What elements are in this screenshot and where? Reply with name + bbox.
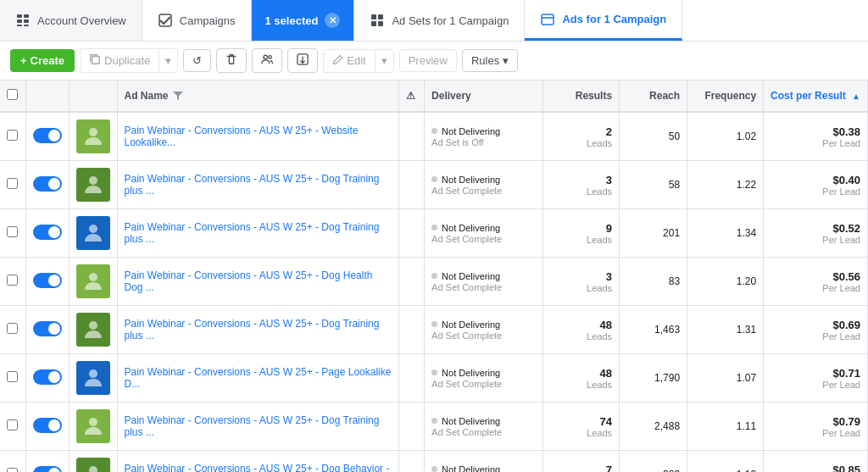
ad-toggle[interactable] xyxy=(33,369,62,385)
svg-point-22 xyxy=(89,418,97,426)
ad-name-link[interactable]: Pain Webinar - Conversions - AUS W 25+ -… xyxy=(125,173,380,197)
ad-toggle[interactable] xyxy=(33,321,62,336)
row-delivery-cell: Not Delivering Ad Set is Off xyxy=(425,112,543,161)
row-warning-cell xyxy=(399,209,425,258)
frequency-value: 1.02 xyxy=(737,130,756,142)
reach-value: 83 xyxy=(669,275,680,287)
cost-number: $0.56 xyxy=(771,270,860,283)
svg-point-13 xyxy=(264,55,267,58)
svg-rect-0 xyxy=(17,14,22,18)
delivery-status: Not Delivering xyxy=(431,368,536,378)
preview-label: Preview xyxy=(409,54,448,67)
edit-button[interactable]: Edit xyxy=(323,49,374,73)
row-toggle-cell xyxy=(25,161,69,209)
delete-button[interactable] xyxy=(216,48,247,73)
table-row: Pain Webinar - Conversions - AUS W 25+ -… xyxy=(0,354,868,403)
tab-ad-sets[interactable]: Ad Sets for 1 Campaign xyxy=(354,0,525,41)
results-label: Leads xyxy=(550,428,612,438)
duplicate-button-group: Duplicate ▾ xyxy=(80,48,178,73)
svg-rect-8 xyxy=(378,14,383,19)
row-checkbox[interactable] xyxy=(7,226,18,237)
ad-name-link[interactable]: Pain Webinar - Conversions - AUS W 25+ -… xyxy=(125,366,392,390)
row-checkbox[interactable] xyxy=(7,371,18,382)
duplicate-button[interactable]: Duplicate xyxy=(80,48,159,73)
delivery-dot xyxy=(431,418,437,424)
ad-name-link[interactable]: Pain Webinar - Conversions - AUS W 25+ -… xyxy=(125,269,373,293)
preview-button[interactable]: Preview xyxy=(399,49,457,72)
ad-toggle[interactable] xyxy=(33,466,62,473)
row-warning-cell xyxy=(399,306,425,354)
ad-name-link[interactable]: Pain Webinar - Conversions - AUS W 25+ -… xyxy=(125,318,380,342)
row-reach-cell: 2,488 xyxy=(620,403,687,451)
row-thumb-cell xyxy=(69,209,117,258)
cost-number: $0.85 xyxy=(771,464,860,473)
tab-selected[interactable]: 1 selected ✕ xyxy=(252,0,355,41)
row-cost-cell: $0.85 Per Lead xyxy=(764,451,868,473)
tab-account-overview[interactable]: Account Overview xyxy=(0,0,142,41)
refresh-button[interactable]: ↺ xyxy=(183,49,211,72)
row-checkbox[interactable] xyxy=(7,130,18,141)
ad-toggle[interactable] xyxy=(33,225,62,240)
ad-name-link[interactable]: Pain Webinar - Conversions - AUS W 25+ -… xyxy=(125,125,359,148)
reach-header[interactable]: Reach xyxy=(620,81,687,112)
table-row: Pain Webinar - Conversions - AUS W 25+ -… xyxy=(0,209,868,258)
row-checkbox[interactable] xyxy=(7,323,18,334)
ad-toggle[interactable] xyxy=(33,418,62,433)
row-warning-cell xyxy=(399,161,425,209)
ad-name-header[interactable]: Ad Name xyxy=(117,81,399,112)
ad-thumbnail xyxy=(76,168,110,202)
duplicate-icon xyxy=(89,53,101,68)
svg-rect-3 xyxy=(24,19,29,23)
ad-name-link[interactable]: Pain Webinar - Conversions - AUS W 25+ -… xyxy=(125,221,380,245)
reach-value: 2,488 xyxy=(654,420,680,432)
ad-name-link[interactable]: Pain Webinar - Conversions - AUS W 25+ -… xyxy=(125,463,390,472)
select-all-checkbox[interactable] xyxy=(7,89,18,100)
svg-rect-12 xyxy=(92,57,100,64)
chevron-down-icon: ▾ xyxy=(165,54,171,67)
cost-header[interactable]: Cost per Result ▲ xyxy=(764,81,868,112)
delivery-reason-text: Ad Set is Off xyxy=(431,137,536,147)
ad-toggle[interactable] xyxy=(33,128,62,143)
create-label: Create xyxy=(31,54,64,67)
row-checkbox[interactable] xyxy=(7,275,18,286)
rules-button[interactable]: Rules ▾ xyxy=(462,49,518,72)
ad-toggle[interactable] xyxy=(33,273,62,288)
thumb-header xyxy=(69,81,117,112)
ad-thumbnail xyxy=(76,361,110,395)
ad-thumbnail xyxy=(76,264,110,298)
export-button[interactable] xyxy=(287,48,318,73)
grid-icon xyxy=(15,13,31,28)
results-number: 3 xyxy=(550,174,612,186)
row-checkbox[interactable] xyxy=(7,419,18,430)
ad-name-link[interactable]: Pain Webinar - Conversions - AUS W 25+ -… xyxy=(125,414,380,438)
svg-rect-9 xyxy=(371,21,376,26)
close-selected-button[interactable]: ✕ xyxy=(325,13,340,28)
create-button[interactable]: + Create xyxy=(10,49,75,72)
tab-ads[interactable]: Ads for 1 Campaign xyxy=(525,0,682,41)
top-navigation: Account Overview Campaigns 1 selected ✕ … xyxy=(0,0,868,42)
svg-point-17 xyxy=(89,176,97,185)
row-thumb-cell xyxy=(69,112,117,161)
ad-toggle[interactable] xyxy=(33,176,62,192)
row-checkbox[interactable] xyxy=(7,468,18,472)
results-number: 9 xyxy=(550,222,612,235)
tab-campaigns[interactable]: Campaigns xyxy=(142,0,252,41)
delivery-status-text: Not Delivering xyxy=(442,223,500,233)
duplicate-dropdown-button[interactable]: ▾ xyxy=(159,48,178,73)
tab-account-overview-label: Account Overview xyxy=(37,14,126,27)
audience-button[interactable] xyxy=(252,48,282,73)
row-frequency-cell: 1.07 xyxy=(687,354,764,403)
frequency-value: 1.11 xyxy=(737,420,756,432)
delivery-header[interactable]: Delivery xyxy=(425,81,543,112)
results-header[interactable]: Results xyxy=(543,81,620,112)
edit-dropdown-button[interactable]: ▾ xyxy=(375,49,394,73)
create-plus-icon: + xyxy=(20,54,27,67)
filter-icon[interactable] xyxy=(172,90,184,102)
frequency-header[interactable]: Frequency xyxy=(687,81,764,112)
results-number: 48 xyxy=(550,319,612,331)
row-checkbox[interactable] xyxy=(7,178,18,189)
cost-number: $0.40 xyxy=(771,174,860,186)
select-all-header[interactable] xyxy=(0,81,25,112)
delivery-dot xyxy=(431,128,437,134)
ad-thumbnail xyxy=(76,409,110,443)
